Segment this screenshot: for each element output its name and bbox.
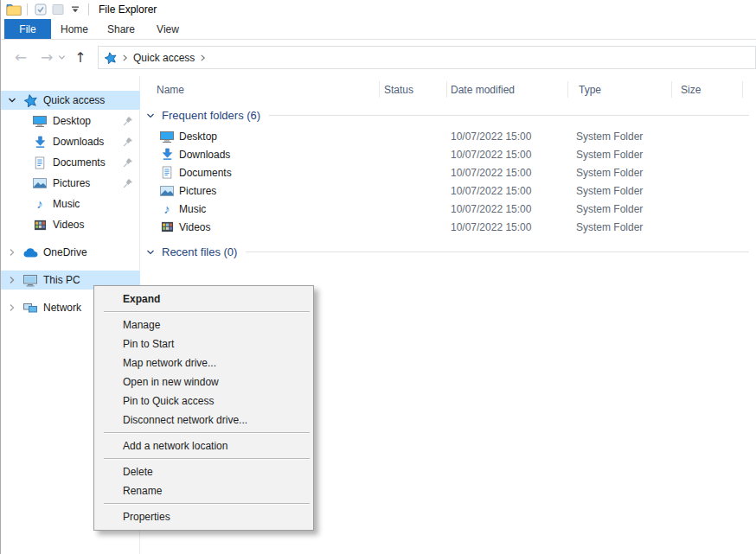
pin-icon[interactable] xyxy=(123,157,133,170)
qat-separator xyxy=(27,3,28,16)
column-divider[interactable] xyxy=(671,81,672,98)
menu-item-expand[interactable]: Expand xyxy=(94,290,313,309)
menu-item-pin-to-quick-access[interactable]: Pin to Quick access xyxy=(94,392,313,411)
menu-item-properties[interactable]: Properties xyxy=(94,507,313,526)
title-bar: File Explorer xyxy=(1,0,756,19)
file-type: System Folder xyxy=(576,185,643,197)
file-name: Desktop xyxy=(179,131,217,143)
section-rule xyxy=(246,252,749,252)
pin-icon[interactable] xyxy=(123,116,133,129)
sidebar-item-label: OneDrive xyxy=(43,246,87,258)
sidebar-item-documents[interactable]: Documents xyxy=(1,153,140,172)
desktop-icon xyxy=(160,130,174,143)
music-icon: ♪ xyxy=(32,198,48,210)
menu-separator xyxy=(104,432,310,434)
recent-locations-dropdown-icon[interactable] xyxy=(56,52,67,62)
sidebar-item-label: Videos xyxy=(53,219,84,231)
file-name: Documents xyxy=(179,167,232,179)
tab-share[interactable]: Share xyxy=(98,19,144,39)
file-date-modified: 10/07/2022 15:00 xyxy=(451,203,531,215)
address-bar[interactable]: Quick access xyxy=(98,46,756,69)
file-date-modified: 10/07/2022 15:00 xyxy=(451,149,531,161)
sidebar-item-quick-access[interactable]: Quick access xyxy=(1,91,140,110)
breadcrumb-chevron-icon[interactable] xyxy=(200,54,206,62)
qat-customize-dropdown-icon[interactable] xyxy=(67,2,84,17)
chevron-down-icon[interactable] xyxy=(8,96,16,105)
tab-view[interactable]: View xyxy=(144,19,191,39)
documents-icon xyxy=(32,156,48,169)
menu-item-open-in-new-window[interactable]: Open in new window xyxy=(94,373,313,392)
breadcrumb-quick-access[interactable]: Quick access xyxy=(133,52,195,64)
quick-access-star-icon xyxy=(105,52,117,64)
file-explorer-window: File Explorer File Home Share View ← → ↑… xyxy=(0,0,756,554)
file-name: Music xyxy=(179,203,206,215)
menu-item-manage[interactable]: Manage xyxy=(94,315,313,334)
sidebar-item-videos[interactable]: Videos xyxy=(1,215,140,234)
menu-item-delete[interactable]: Delete xyxy=(94,462,313,481)
window-title: File Explorer xyxy=(99,3,157,16)
onedrive-cloud-icon xyxy=(22,247,38,258)
sidebar-item-onedrive[interactable]: OneDrive xyxy=(1,243,140,262)
file-date-modified: 10/07/2022 15:00 xyxy=(451,131,531,143)
file-name: Videos xyxy=(179,221,210,233)
file-row-documents[interactable]: Documents 10/07/2022 15:00 System Folder xyxy=(141,163,756,181)
section-frequent-folders[interactable]: Frequent folders (6) xyxy=(141,108,749,123)
file-row-music[interactable]: ♪ Music 10/07/2022 15:00 System Folder xyxy=(141,200,756,218)
desktop-icon xyxy=(32,114,48,128)
forward-button[interactable]: → xyxy=(35,46,58,68)
file-row-downloads[interactable]: Downloads 10/07/2022 15:00 System Folder xyxy=(141,145,756,163)
breadcrumb-chevron-icon[interactable] xyxy=(122,54,128,62)
file-name: Downloads xyxy=(179,149,230,161)
column-divider[interactable] xyxy=(379,81,380,98)
sidebar-item-pictures[interactable]: Pictures xyxy=(1,174,140,193)
file-row-videos[interactable]: Videos 10/07/2022 15:00 System Folder xyxy=(141,218,756,236)
column-header-type[interactable]: Type xyxy=(579,82,601,98)
menu-separator xyxy=(104,458,310,460)
menu-item-disconnect-network-drive[interactable]: Disconnect network drive... xyxy=(94,411,313,430)
chevron-down-icon[interactable] xyxy=(146,248,155,257)
file-row-pictures[interactable]: Pictures 10/07/2022 15:00 System Folder xyxy=(141,181,756,200)
menu-item-add-network-location[interactable]: Add a network location xyxy=(94,436,313,455)
column-header-name[interactable]: Name xyxy=(157,82,184,98)
up-button[interactable]: ↑ xyxy=(70,46,91,68)
menu-item-rename[interactable]: Rename xyxy=(94,481,313,500)
network-icon xyxy=(22,301,38,315)
chevron-down-icon[interactable] xyxy=(146,111,155,120)
chevron-right-icon[interactable] xyxy=(8,248,16,257)
downloads-icon xyxy=(160,148,174,161)
back-button[interactable]: ← xyxy=(10,46,32,68)
column-divider[interactable] xyxy=(567,81,568,98)
column-header-size[interactable]: Size xyxy=(681,82,701,98)
file-row-desktop[interactable]: Desktop 10/07/2022 15:00 System Folder xyxy=(141,127,756,145)
pin-icon[interactable] xyxy=(123,137,133,150)
sidebar-item-label: Desktop xyxy=(53,115,91,127)
tab-file[interactable]: File xyxy=(4,19,51,39)
pictures-icon xyxy=(160,184,174,198)
qat-new-folder-button[interactable] xyxy=(49,2,67,17)
chevron-right-icon[interactable] xyxy=(8,276,16,284)
menu-item-map-network-drive[interactable]: Map network drive... xyxy=(94,353,313,373)
section-title: Recent files (0) xyxy=(162,245,237,258)
column-divider[interactable] xyxy=(742,81,743,98)
column-divider[interactable] xyxy=(446,81,447,98)
qat-properties-button[interactable] xyxy=(32,2,49,17)
sidebar-item-label: Music xyxy=(53,198,80,210)
chevron-right-icon[interactable] xyxy=(8,303,16,312)
sidebar-item-downloads[interactable]: Downloads xyxy=(1,132,140,151)
menu-separator xyxy=(104,311,310,313)
tab-home[interactable]: Home xyxy=(51,19,98,39)
sidebar-item-music[interactable]: ♪ Music xyxy=(1,194,140,213)
column-header-date-modified[interactable]: Date modified xyxy=(451,82,515,98)
context-menu-this-pc: Expand Manage Pin to Start Map network d… xyxy=(93,285,314,531)
sidebar-item-desktop[interactable]: Desktop xyxy=(1,111,140,131)
downloads-icon xyxy=(32,136,48,149)
file-date-modified: 10/07/2022 15:00 xyxy=(451,167,531,179)
music-icon: ♪ xyxy=(160,203,174,215)
pin-icon[interactable] xyxy=(123,178,133,191)
sidebar-item-label: Documents xyxy=(53,156,106,169)
column-header-status[interactable]: Status xyxy=(384,82,413,98)
file-explorer-logo-icon xyxy=(5,2,22,17)
menu-item-pin-to-start[interactable]: Pin to Start xyxy=(94,334,313,353)
quick-access-star-icon xyxy=(22,94,38,107)
section-recent-files[interactable]: Recent files (0) xyxy=(141,245,749,259)
